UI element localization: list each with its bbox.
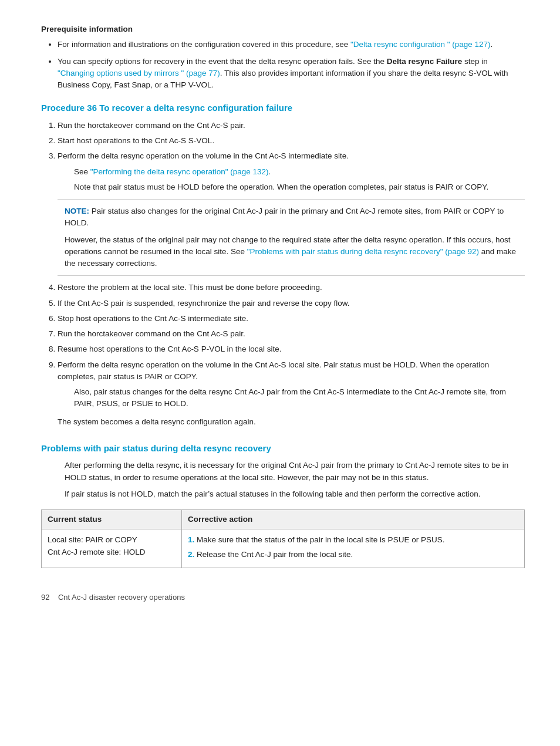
table-header-status: Current status bbox=[42, 510, 182, 529]
step-3-note1: Note that pair status must be HOLD befor… bbox=[74, 181, 525, 193]
step-7-text: Run the horctakeover command on the Cnt … bbox=[58, 329, 245, 338]
footer: 92 Cnt Ac-J disaster recovery operations bbox=[41, 592, 525, 603]
step-3-see-after: . bbox=[269, 167, 271, 176]
prereq-bullet-2-text-before: You can specify options for recovery in … bbox=[58, 57, 387, 66]
footer-text: Cnt Ac-J disaster recovery operations bbox=[58, 593, 185, 602]
action-text-1: Make sure that the status of the pair in… bbox=[197, 535, 444, 544]
procedure-steps: Run the horctakeover command on the Cnt … bbox=[41, 120, 525, 410]
prereq-bullets: For information and illustrations on the… bbox=[41, 39, 525, 91]
note-text1: Pair status also changes for the origina… bbox=[65, 207, 504, 227]
step-4: Restore the problem at the local site. T… bbox=[58, 282, 525, 293]
step-5-text: If the Cnt Ac-S pair is suspended, resyn… bbox=[58, 299, 350, 308]
problems-section: Problems with pair status during delta r… bbox=[41, 442, 525, 568]
note-para-1: NOTE: Pair status also changes for the o… bbox=[65, 205, 518, 229]
procedure-heading: Procedure 36 To recover a delta resync c… bbox=[41, 102, 525, 115]
step-1-text: Run the horctakeover command on the Cnt … bbox=[58, 121, 245, 130]
step-6-text: Stop host operations to the Cnt Ac-S int… bbox=[58, 314, 248, 323]
step-3-see-link[interactable]: "Performing the delta resync operation" … bbox=[90, 167, 269, 176]
prereq-bullet-2: You can specify options for recovery in … bbox=[58, 56, 525, 92]
table-header-row: Current status Corrective action bbox=[42, 510, 525, 529]
action-item-1: 1. Make sure that the status of the pair… bbox=[188, 534, 518, 546]
status-table: Current status Corrective action Local s… bbox=[41, 509, 525, 568]
step-6: Stop host operations to the Cnt Ac-S int… bbox=[58, 313, 525, 325]
step-8: Resume host operations to the Cnt Ac-S P… bbox=[58, 343, 525, 355]
status-line-2: Cnt Ac-J remote site: HOLD bbox=[48, 546, 176, 558]
step-2: Start host operations to the Cnt Ac-S S-… bbox=[58, 135, 525, 147]
table-row: Local site: PAIR or COPY Cnt Ac-J remote… bbox=[42, 529, 525, 568]
prereq-link-1[interactable]: "Delta resync configuration " (page 127) bbox=[350, 40, 490, 49]
note-label: NOTE: bbox=[65, 207, 89, 215]
prereq-section: Prerequisite information For information… bbox=[41, 23, 525, 91]
action-list: 1. Make sure that the status of the pair… bbox=[188, 534, 518, 561]
prereq-bullet-1-text-before: For information and illustrations on the… bbox=[58, 40, 350, 49]
step-8-text: Resume host operations to the Cnt Ac-S P… bbox=[58, 345, 281, 353]
action-text-2: Release the Cnt Ac-J pair from the local… bbox=[197, 550, 353, 559]
prereq-heading: Prerequisite information bbox=[41, 23, 525, 35]
problems-para2: If pair status is not HOLD, match the pa… bbox=[65, 488, 525, 500]
procedure-section: Procedure 36 To recover a delta resync c… bbox=[41, 102, 525, 428]
table-cell-status: Local site: PAIR or COPY Cnt Ac-J remote… bbox=[42, 529, 182, 568]
prereq-bullet-2-text-mid: step in bbox=[462, 57, 488, 66]
step-9-note: Also, pair status changes for the delta … bbox=[74, 386, 525, 410]
prereq-bold: Delta resync Failure bbox=[387, 57, 462, 66]
step-3-see-before: See bbox=[74, 167, 90, 176]
step-3: Perform the delta resync operation on th… bbox=[58, 150, 525, 276]
prereq-bullet-1-text-after: . bbox=[491, 40, 493, 49]
step-4-text: Restore the problem at the local site. T… bbox=[58, 283, 322, 292]
step-9-text: Perform the delta resync operation on th… bbox=[58, 360, 489, 381]
prereq-bullet-1: For information and illustrations on the… bbox=[58, 39, 525, 50]
step-3-see: See "Performing the delta resync operati… bbox=[74, 166, 525, 178]
status-line-1: Local site: PAIR or COPY bbox=[48, 534, 176, 546]
step-7: Run the horctakeover command on the Cnt … bbox=[58, 328, 525, 340]
problems-heading: Problems with pair status during delta r… bbox=[41, 442, 525, 455]
step-3-text: Perform the delta resync operation on th… bbox=[58, 151, 349, 160]
action-item-2: 2. Release the Cnt Ac-J pair from the lo… bbox=[188, 549, 518, 561]
table-header-action: Corrective action bbox=[181, 510, 524, 529]
prereq-link-2[interactable]: "Changing options used by mirrors " (pag… bbox=[58, 69, 220, 77]
note-box: NOTE: Pair status also changes for the o… bbox=[58, 199, 525, 276]
step-2-text: Start host operations to the Cnt Ac-S S-… bbox=[58, 136, 214, 145]
step-9: Perform the delta resync operation on th… bbox=[58, 359, 525, 410]
final-note: The system becomes a delta resync config… bbox=[58, 416, 525, 428]
note-para-2: However, the status of the original pair… bbox=[65, 234, 518, 270]
note-link[interactable]: "Problems with pair status during delta … bbox=[247, 247, 479, 256]
step-1: Run the horctakeover command on the Cnt … bbox=[58, 120, 525, 131]
problems-para1: After performing the delta resync, it is… bbox=[65, 460, 525, 484]
step-5: If the Cnt Ac-S pair is suspended, resyn… bbox=[58, 298, 525, 309]
footer-page-num: 92 bbox=[41, 593, 49, 602]
table-cell-action: 1. Make sure that the status of the pair… bbox=[181, 529, 524, 568]
